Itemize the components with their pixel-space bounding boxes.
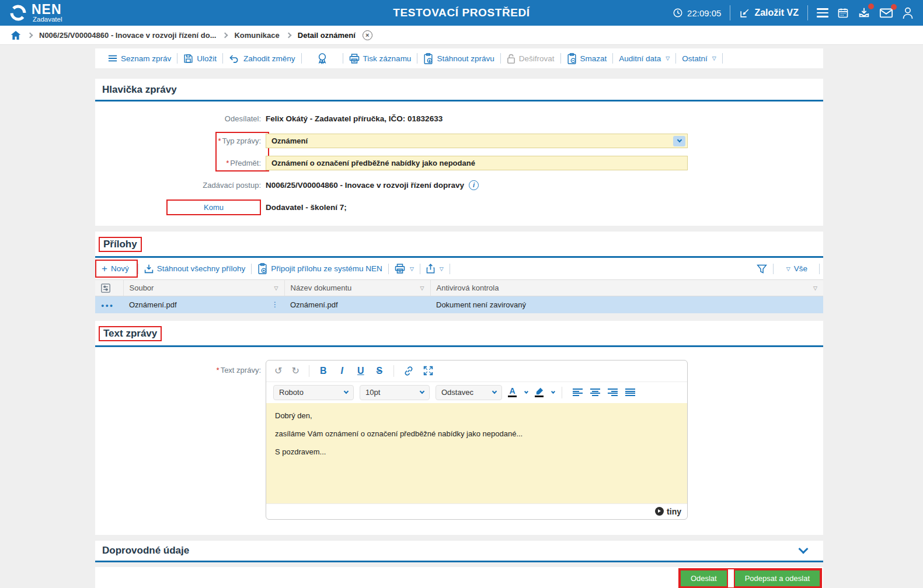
delete-button[interactable]: Smazat — [561, 53, 613, 64]
save-button[interactable]: Uložit — [177, 54, 222, 64]
editor-toolbar-row1: ↺ ↻ B I U S — [266, 360, 687, 382]
additional-data-section[interactable]: Doprovodné údaje — [95, 541, 823, 562]
align-justify-icon[interactable] — [625, 388, 635, 396]
breadcrumb-item-current: Detail oznámení — [298, 31, 356, 40]
print-attachments-menu[interactable]: ▽ — [389, 264, 420, 274]
certificate-button[interactable] — [302, 52, 343, 64]
attachment-row[interactable]: ●●● Oznámení.pdf ⋮ Oznámení.pdf Dokument… — [95, 296, 823, 313]
column-header-nazev[interactable]: Název dokumentu ▽ — [284, 280, 430, 296]
dropdown-triangle-icon: ▽ — [712, 55, 716, 61]
messages-button[interactable] — [879, 7, 893, 19]
message-paragraph: S pozdravem... — [275, 447, 678, 456]
logo-text: NEN — [32, 2, 62, 17]
message-type-select[interactable]: Oznámení — [266, 134, 688, 148]
downloads-button[interactable] — [858, 6, 870, 19]
highlight-color-chevron-icon[interactable] — [551, 390, 555, 394]
text-color-chevron-icon[interactable] — [524, 390, 528, 394]
align-right-icon[interactable] — [608, 388, 618, 396]
profile-button[interactable] — [902, 6, 914, 19]
breadcrumb-separator-icon — [222, 32, 228, 38]
font-size-select[interactable]: 10pt — [360, 385, 430, 400]
download-all-attachments-button[interactable]: Stáhnout všechny přílohy — [138, 264, 252, 274]
section-title-doprovodne: Doprovodné údaje — [95, 545, 189, 556]
breadcrumb-item-komunikace[interactable]: Komunikace — [234, 31, 279, 40]
sign-and-send-button[interactable]: Podepsat a odeslat — [734, 569, 821, 587]
align-center-icon[interactable] — [590, 388, 600, 396]
align-left-icon[interactable] — [573, 388, 583, 396]
redo-icon[interactable]: ↻ — [291, 365, 299, 376]
message-paragraph: Dobrý den, — [275, 411, 678, 420]
breadcrumb-separator-icon — [27, 32, 33, 38]
attachments-table-header: Soubor ▽ Název dokumentu ▽ Antivirová ko… — [95, 280, 823, 296]
breadcrumb-separator-icon — [285, 32, 291, 38]
sender-label: Odesílatel: — [95, 114, 266, 123]
message-text-area[interactable]: Dobrý den, zasíláme Vám oznámení o označ… — [266, 403, 687, 503]
subject-input[interactable]: Oznámení o označení předběžné nabídky ja… — [266, 156, 688, 170]
underline-button[interactable]: U — [356, 366, 365, 376]
column-filter-icon[interactable]: ▽ — [813, 285, 817, 291]
row-menu-icon[interactable]: ●●● — [101, 303, 114, 309]
bold-button[interactable]: B — [319, 366, 328, 376]
home-icon[interactable] — [11, 30, 21, 40]
italic-button[interactable]: I — [337, 366, 347, 376]
drag-dots-icon[interactable]: ⋮ — [271, 300, 278, 309]
export-attachments-menu[interactable]: ▽ — [420, 264, 450, 274]
message-text-label: Text zprávy: — [221, 366, 261, 374]
attach-from-nen-button[interactable]: Připojit přílohu ze systému NEN — [252, 263, 388, 274]
breadcrumb-item-procedure[interactable]: N006/25/V00004860 - Inovace v rozvoji ří… — [39, 31, 216, 40]
expand-chevron-icon[interactable] — [799, 544, 809, 554]
column-header-antivir[interactable]: Antivirová kontrola ▽ — [430, 280, 823, 296]
filter-all-menu[interactable]: ▽ Vše — [779, 264, 813, 273]
highlight-color-button[interactable] — [535, 387, 544, 397]
other-menu[interactable]: Ostatní ▽ — [676, 54, 722, 63]
recipient-row: Komu Dodavatel - školení 7; — [95, 200, 823, 215]
new-attachment-button[interactable]: + Nový — [95, 260, 138, 278]
menu-button[interactable] — [817, 8, 828, 18]
section-underline — [95, 100, 823, 102]
column-filter-icon[interactable]: ▽ — [274, 285, 278, 291]
audit-data-menu[interactable]: Auditní data ▽ — [613, 54, 675, 63]
recipient-link[interactable]: Komu — [166, 200, 261, 215]
close-tab-icon[interactable]: × — [363, 30, 372, 40]
block-format-select[interactable]: Odstavec — [436, 385, 502, 400]
clock: 22:09:05 — [673, 8, 721, 18]
document-name: Oznámení.pdf — [284, 296, 430, 313]
decrypt-button[interactable]: Dešifrovat — [501, 54, 560, 64]
calendar-button[interactable] — [837, 7, 849, 19]
section-title-prilohy: Přílohy — [99, 237, 142, 252]
clipboard-download-icon — [423, 53, 433, 64]
dropdown-triangle-icon: ▽ — [786, 266, 790, 272]
text-color-button[interactable]: A — [508, 387, 517, 397]
divider — [807, 5, 808, 20]
discard-changes-button[interactable]: Zahodit změny — [223, 54, 301, 63]
attachments-section: Přílohy + Nový Stáhnout všechny přílohy — [95, 232, 823, 313]
link-icon[interactable] — [403, 366, 414, 376]
current-time: 22:09:05 — [687, 8, 721, 18]
editor-footer: tiny — [266, 503, 687, 519]
font-family-select[interactable]: Roboto — [273, 385, 354, 400]
column-header-soubor[interactable]: Soubor ▽ — [123, 280, 284, 296]
section-underline — [95, 345, 823, 347]
column-settings-cell[interactable] — [95, 280, 123, 296]
editor-toolbar-row2: Roboto 10pt Odstavec A — [266, 382, 687, 403]
fullscreen-icon[interactable] — [423, 366, 433, 376]
section-title-text-zpravy: Text zprávy — [99, 326, 162, 341]
column-filter-icon[interactable]: ▽ — [420, 285, 424, 291]
select-chevron-icon[interactable] — [673, 136, 685, 146]
print-record-button[interactable]: Tisk záznamu — [343, 54, 417, 64]
message-list-button[interactable]: Seznam zpráv — [102, 54, 177, 63]
section-title-hlavicka: Hlavička zprávy — [102, 84, 177, 96]
undo-icon[interactable]: ↺ — [274, 365, 282, 376]
sender-value: Felix Okátý - Zadavatel příručka, IČO: 0… — [266, 114, 443, 123]
breadcrumb: N006/25/V00004860 - Inovace v rozvoji ří… — [0, 26, 923, 45]
download-message-button[interactable]: Stáhnout zprávu — [417, 53, 500, 64]
annotation-send-buttons: Odeslat Podepsat a odeslat — [678, 568, 822, 588]
filter-icon[interactable] — [757, 264, 767, 274]
message-text-section: Text zprávy * Text zprávy: ↺ ↻ B I U S — [95, 321, 823, 535]
nen-logo[interactable]: NEN Zadavatel — [9, 3, 62, 23]
info-icon[interactable]: i — [469, 180, 479, 190]
strikethrough-button[interactable]: S — [375, 366, 384, 376]
create-vz-button[interactable]: Založit VZ — [739, 8, 799, 19]
export-icon — [426, 264, 435, 274]
send-button[interactable]: Odeslat — [680, 569, 728, 587]
